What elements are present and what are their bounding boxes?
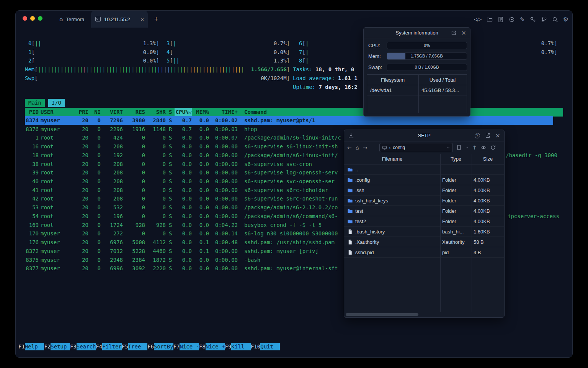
up-directory-icon[interactable]: ↑	[472, 145, 477, 151]
home-icon[interactable]: ⌂	[356, 145, 359, 151]
cell-cpu: 0.7	[175, 116, 192, 125]
show-hidden-icon[interactable]	[480, 145, 487, 151]
current-path[interactable]: config	[393, 145, 405, 150]
fkey-label-Help[interactable]: Help	[25, 343, 44, 350]
column-header-user[interactable]: USER	[41, 108, 73, 117]
file-name-cell: .ssh	[344, 185, 440, 195]
horizontal-scrollbar[interactable]	[346, 313, 418, 316]
htop-tab-io[interactable]: I/O	[48, 99, 65, 107]
bookmark-dropdown-icon[interactable]	[466, 146, 469, 150]
cell-shr: 928	[148, 221, 166, 230]
toolbar-icons: </>✎⚙	[474, 16, 568, 23]
column-header-cpu[interactable]: CPU%▽	[175, 108, 192, 117]
htop-tab-main[interactable]: Main	[25, 99, 45, 107]
fkey-F7: F7	[173, 343, 180, 350]
file-icon	[347, 250, 353, 255]
file-name-cell: ..	[344, 164, 440, 174]
cell-ni: 0	[90, 238, 101, 247]
code-icon[interactable]: </>	[474, 17, 482, 22]
back-icon[interactable]: ←	[347, 145, 352, 151]
fkey-label-Nice[interactable]: Nice +	[206, 343, 225, 350]
file-row[interactable]: ..	[344, 164, 504, 175]
file-row[interactable]: test2Folder4.00KB	[344, 216, 504, 227]
column-filename[interactable]: Filename	[344, 154, 440, 164]
file-row[interactable]: .bash_historybash_hi...1.60KB	[344, 227, 504, 237]
column-header-res[interactable]: RES	[126, 108, 145, 117]
cell-virt: 196	[104, 212, 123, 221]
column-header-shr[interactable]: SHR	[148, 108, 166, 117]
folder-icon	[347, 198, 353, 204]
open-in-new-window-icon[interactable]	[485, 133, 491, 139]
cell-user: myuser	[41, 264, 73, 273]
gear-icon[interactable]: ⚙	[563, 16, 568, 23]
column-header-time[interactable]: TIME+	[212, 108, 238, 117]
pen-icon[interactable]: ✎	[520, 16, 525, 23]
cell-res: 0	[126, 212, 145, 221]
refresh-icon[interactable]	[490, 145, 496, 151]
column-size[interactable]: Size	[472, 154, 504, 164]
path-bar[interactable]: › config	[379, 143, 453, 152]
filesystem-usage: 45.61GB / 58.3...	[418, 85, 467, 95]
mem-row: Mem: 1.75GB / 7.65GB	[368, 52, 467, 60]
process-row[interactable]: 8374myuser200729639802840S0.70.00:00.02s…	[16, 116, 563, 125]
search-icon[interactable]	[552, 16, 558, 23]
close-panel-icon[interactable]: ×	[461, 29, 466, 36]
sysinfo-titlebar: System information ×	[364, 28, 470, 38]
file-row[interactable]: .sshFolder4.00KB	[344, 185, 504, 196]
column-header-virt[interactable]: VIRT	[104, 108, 123, 117]
key-icon[interactable]	[530, 16, 536, 23]
cell-virt: 6976	[104, 238, 123, 247]
fkey-label-SortBy[interactable]: SortBy	[154, 343, 173, 350]
window-controls	[23, 16, 42, 21]
file-type: Folder	[440, 185, 472, 195]
path-dropdown-icon[interactable]	[446, 146, 450, 150]
git-branch-icon[interactable]	[541, 16, 547, 23]
file-row[interactable]: ssh_host_keysFolder4.00KB	[344, 196, 504, 206]
column-header-pid[interactable]: PID	[25, 108, 39, 117]
cell-shr: 0	[148, 160, 166, 169]
column-header-ni[interactable]: NI	[90, 108, 101, 117]
fkey-label-Quit[interactable]: Quit	[260, 343, 280, 350]
close-window-button[interactable]	[23, 16, 27, 21]
bookmark-icon[interactable]	[456, 145, 462, 151]
file-row[interactable]: testFolder4.00KB	[344, 206, 504, 216]
help-icon[interactable]: ?	[475, 133, 480, 138]
file-list-icon[interactable]	[498, 16, 504, 23]
open-in-new-window-icon[interactable]	[451, 30, 457, 36]
column-type[interactable]: Type	[440, 154, 472, 164]
tab-session[interactable]: 10.211.55.2 ×	[91, 11, 148, 28]
tab-termora[interactable]: ⌂ Termora	[54, 11, 90, 28]
file-row[interactable]: sshd.pidpid4 B	[344, 247, 504, 258]
cell-pri: 20	[73, 177, 88, 186]
fkey-label-Setup[interactable]: Setup	[51, 343, 70, 350]
fkey-label-Filter[interactable]: Filter	[102, 343, 122, 350]
fkey-label-Nice[interactable]: Nice -	[180, 343, 199, 350]
swap-row: Swap: 0 B / 1.00GB	[368, 63, 467, 71]
cell-ni: 0	[90, 116, 101, 125]
file-row[interactable]: .configFolder4.00KB	[344, 175, 504, 185]
column-header-pri[interactable]: PRI	[73, 108, 88, 117]
close-panel-icon[interactable]: ×	[495, 132, 500, 139]
column-header-mem[interactable]: MEM%	[193, 108, 209, 117]
swap-label: Swap:	[368, 64, 387, 70]
new-tab-button[interactable]: +	[152, 15, 160, 24]
cell-mem: 0.0	[193, 229, 209, 238]
fkey-label-Kill[interactable]: Kill	[231, 343, 251, 350]
file-row[interactable]: .XauthorityXauthority58 B	[344, 237, 504, 247]
filesystem-row[interactable]: /dev/vda1 45.61GB / 58.3...	[367, 85, 467, 95]
close-tab-icon[interactable]: ×	[140, 16, 144, 23]
fkey-label-Tree[interactable]: Tree	[128, 343, 148, 350]
cell-user: myuser	[41, 247, 73, 256]
zoom-window-button[interactable]	[38, 16, 42, 21]
file-type: Xauthority	[440, 237, 472, 247]
minimize-window-button[interactable]	[30, 16, 35, 21]
cell-ni: 0	[90, 177, 101, 186]
transfers-icon[interactable]	[348, 133, 354, 139]
record-icon[interactable]	[509, 16, 515, 23]
meter-mem: Mem[||||||||||||||||||||||||||||||||||||…	[25, 65, 290, 74]
cell-pid: 169	[25, 221, 39, 230]
cell-pid: 1	[25, 133, 39, 142]
fkey-label-Search[interactable]: Search	[77, 343, 96, 350]
folder-icon[interactable]	[487, 16, 493, 23]
forward-icon[interactable]: →	[363, 145, 368, 151]
